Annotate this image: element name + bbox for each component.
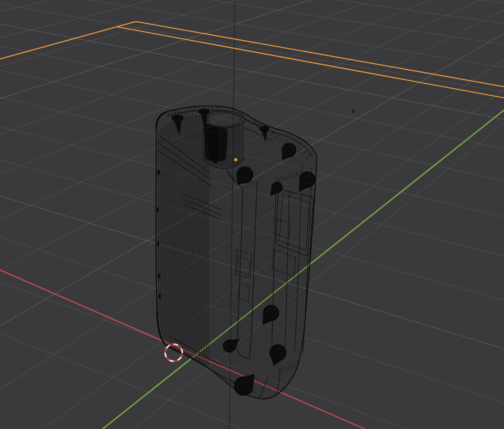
mouse-cursor-mark [352,109,355,114]
3d-viewport[interactable] [0,0,504,429]
viewport-canvas[interactable] [0,0,504,429]
wireframe-model[interactable] [156,106,317,399]
object-origin-dot[interactable] [234,158,238,162]
